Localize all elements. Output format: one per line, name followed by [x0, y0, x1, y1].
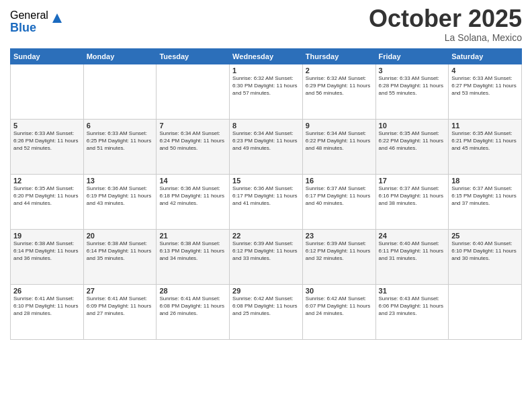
cell-content: Sunrise: 6:35 AM Sunset: 6:20 PM Dayligh… — [13, 185, 81, 207]
table-row: 29Sunrise: 6:42 AM Sunset: 6:08 PM Dayli… — [230, 285, 303, 340]
calendar-header-row: Sunday Monday Tuesday Wednesday Thursday… — [11, 49, 522, 64]
table-row: 31Sunrise: 6:43 AM Sunset: 6:06 PM Dayli… — [375, 285, 449, 340]
day-number: 30 — [306, 287, 373, 295]
cell-content: Sunrise: 6:36 AM Sunset: 6:18 PM Dayligh… — [159, 185, 226, 207]
cell-content: Sunrise: 6:38 AM Sunset: 6:13 PM Dayligh… — [159, 240, 226, 262]
day-number: 10 — [379, 122, 446, 130]
col-monday: Monday — [83, 49, 157, 64]
table-row: 3Sunrise: 6:33 AM Sunset: 6:28 PM Daylig… — [375, 64, 449, 120]
logo-text: General Blue — [10, 9, 48, 34]
logo-general: General — [10, 9, 48, 21]
day-number: 19 — [13, 232, 81, 240]
calendar-week-4: 19Sunrise: 6:38 AM Sunset: 6:14 PM Dayli… — [11, 230, 522, 285]
table-row — [157, 64, 230, 120]
cell-content: Sunrise: 6:36 AM Sunset: 6:17 PM Dayligh… — [232, 185, 300, 207]
cell-content: Sunrise: 6:33 AM Sunset: 6:27 PM Dayligh… — [451, 75, 519, 97]
table-row: 12Sunrise: 6:35 AM Sunset: 6:20 PM Dayli… — [11, 175, 84, 230]
col-thursday: Thursday — [302, 49, 375, 64]
table-row: 27Sunrise: 6:41 AM Sunset: 6:09 PM Dayli… — [83, 285, 157, 340]
day-number: 9 — [306, 122, 373, 130]
cell-content: Sunrise: 6:38 AM Sunset: 6:14 PM Dayligh… — [13, 240, 81, 262]
day-number: 27 — [87, 287, 154, 295]
table-row: 21Sunrise: 6:38 AM Sunset: 6:13 PM Dayli… — [157, 230, 230, 285]
day-number: 7 — [159, 122, 226, 130]
table-row: 17Sunrise: 6:37 AM Sunset: 6:16 PM Dayli… — [375, 175, 449, 230]
table-row: 19Sunrise: 6:38 AM Sunset: 6:14 PM Dayli… — [11, 230, 84, 285]
day-number: 11 — [451, 122, 519, 130]
day-number: 28 — [159, 287, 226, 295]
table-row: 10Sunrise: 6:35 AM Sunset: 6:22 PM Dayli… — [375, 120, 449, 175]
day-number: 21 — [159, 232, 226, 240]
col-friday: Friday — [375, 49, 449, 64]
cell-content: Sunrise: 6:34 AM Sunset: 6:22 PM Dayligh… — [306, 130, 373, 152]
table-row: 22Sunrise: 6:39 AM Sunset: 6:12 PM Dayli… — [230, 230, 303, 285]
calendar-week-3: 12Sunrise: 6:35 AM Sunset: 6:20 PM Dayli… — [11, 175, 522, 230]
cell-content: Sunrise: 6:35 AM Sunset: 6:21 PM Dayligh… — [451, 130, 519, 152]
cell-content: Sunrise: 6:34 AM Sunset: 6:23 PM Dayligh… — [232, 130, 300, 152]
cell-content: Sunrise: 6:40 AM Sunset: 6:10 PM Dayligh… — [451, 240, 519, 262]
table-row: 26Sunrise: 6:41 AM Sunset: 6:10 PM Dayli… — [11, 285, 84, 340]
table-row: 13Sunrise: 6:36 AM Sunset: 6:19 PM Dayli… — [83, 175, 157, 230]
day-number: 20 — [87, 232, 154, 240]
table-row — [83, 64, 157, 120]
cell-content: Sunrise: 6:37 AM Sunset: 6:16 PM Dayligh… — [379, 185, 446, 207]
table-row: 8Sunrise: 6:34 AM Sunset: 6:23 PM Daylig… — [230, 120, 303, 175]
cell-content: Sunrise: 6:41 AM Sunset: 6:10 PM Dayligh… — [13, 295, 81, 317]
cell-content: Sunrise: 6:32 AM Sunset: 6:29 PM Dayligh… — [306, 75, 373, 97]
title-section: October 2025 La Solana, Mexico — [369, 7, 522, 43]
day-number: 2 — [306, 66, 373, 75]
day-number: 23 — [306, 232, 373, 240]
header: General Blue October 2025 La Solana, Mex… — [10, 7, 522, 43]
table-row — [449, 285, 522, 340]
subtitle: La Solana, Mexico — [369, 32, 522, 43]
cell-content: Sunrise: 6:33 AM Sunset: 6:26 PM Dayligh… — [13, 130, 81, 152]
table-row: 11Sunrise: 6:35 AM Sunset: 6:21 PM Dayli… — [449, 120, 522, 175]
day-number: 13 — [87, 177, 154, 185]
table-row: 1Sunrise: 6:32 AM Sunset: 6:30 PM Daylig… — [230, 64, 303, 120]
day-number: 17 — [379, 177, 446, 185]
cell-content: Sunrise: 6:40 AM Sunset: 6:11 PM Dayligh… — [379, 240, 446, 262]
col-tuesday: Tuesday — [157, 49, 230, 64]
table-row: 16Sunrise: 6:37 AM Sunset: 6:17 PM Dayli… — [302, 175, 375, 230]
logo-blue: Blue — [10, 21, 48, 35]
calendar-week-5: 26Sunrise: 6:41 AM Sunset: 6:10 PM Dayli… — [11, 285, 522, 340]
table-row: 7Sunrise: 6:34 AM Sunset: 6:24 PM Daylig… — [157, 120, 230, 175]
day-number: 5 — [13, 122, 81, 130]
day-number: 1 — [232, 66, 300, 75]
table-row: 24Sunrise: 6:40 AM Sunset: 6:11 PM Dayli… — [375, 230, 449, 285]
col-saturday: Saturday — [449, 49, 522, 64]
day-number: 4 — [451, 66, 519, 75]
table-row: 20Sunrise: 6:38 AM Sunset: 6:14 PM Dayli… — [83, 230, 157, 285]
day-number: 8 — [232, 122, 300, 130]
cell-content: Sunrise: 6:42 AM Sunset: 6:08 PM Dayligh… — [232, 295, 300, 317]
cell-content: Sunrise: 6:42 AM Sunset: 6:07 PM Dayligh… — [306, 295, 373, 317]
table-row: 4Sunrise: 6:33 AM Sunset: 6:27 PM Daylig… — [449, 64, 522, 120]
calendar-week-2: 5Sunrise: 6:33 AM Sunset: 6:26 PM Daylig… — [11, 120, 522, 175]
logo-icon — [50, 11, 64, 26]
day-number: 3 — [379, 66, 446, 75]
table-row: 23Sunrise: 6:39 AM Sunset: 6:12 PM Dayli… — [302, 230, 375, 285]
day-number: 16 — [306, 177, 373, 185]
day-number: 26 — [13, 287, 81, 295]
day-number: 25 — [451, 232, 519, 240]
cell-content: Sunrise: 6:39 AM Sunset: 6:12 PM Dayligh… — [306, 240, 373, 262]
cell-content: Sunrise: 6:43 AM Sunset: 6:06 PM Dayligh… — [379, 295, 446, 317]
calendar-week-1: 1Sunrise: 6:32 AM Sunset: 6:30 PM Daylig… — [11, 64, 522, 120]
cell-content: Sunrise: 6:39 AM Sunset: 6:12 PM Dayligh… — [232, 240, 300, 262]
table-row: 5Sunrise: 6:33 AM Sunset: 6:26 PM Daylig… — [11, 120, 84, 175]
table-row: 14Sunrise: 6:36 AM Sunset: 6:18 PM Dayli… — [157, 175, 230, 230]
table-row: 6Sunrise: 6:33 AM Sunset: 6:25 PM Daylig… — [83, 120, 157, 175]
cell-content: Sunrise: 6:35 AM Sunset: 6:22 PM Dayligh… — [379, 130, 446, 152]
day-number: 18 — [451, 177, 519, 185]
table-row: 25Sunrise: 6:40 AM Sunset: 6:10 PM Dayli… — [449, 230, 522, 285]
table-row: 30Sunrise: 6:42 AM Sunset: 6:07 PM Dayli… — [302, 285, 375, 340]
day-number: 22 — [232, 232, 300, 240]
day-number: 12 — [13, 177, 81, 185]
cell-content: Sunrise: 6:32 AM Sunset: 6:30 PM Dayligh… — [232, 75, 300, 97]
page: General Blue October 2025 La Solana, Mex… — [0, 0, 532, 411]
table-row: 15Sunrise: 6:36 AM Sunset: 6:17 PM Dayli… — [230, 175, 303, 230]
table-row: 2Sunrise: 6:32 AM Sunset: 6:29 PM Daylig… — [302, 64, 375, 120]
table-row: 9Sunrise: 6:34 AM Sunset: 6:22 PM Daylig… — [302, 120, 375, 175]
cell-content: Sunrise: 6:37 AM Sunset: 6:15 PM Dayligh… — [451, 185, 519, 207]
day-number: 6 — [87, 122, 154, 130]
